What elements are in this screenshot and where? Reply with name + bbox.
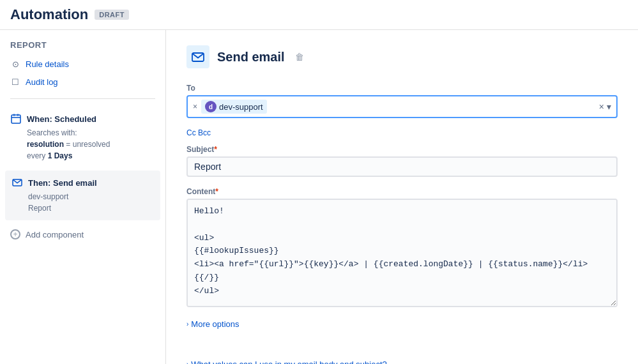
to-field-tag: d dev-support bbox=[201, 100, 267, 114]
panel-delete-icon[interactable]: 🗑 bbox=[295, 52, 304, 62]
more-options-chevron-icon: › bbox=[186, 321, 188, 328]
when-every-prefix: every bbox=[27, 151, 48, 160]
help-label: What values can I use in my email body a… bbox=[191, 360, 386, 364]
then-component-title: Then: Send email bbox=[28, 178, 97, 188]
when-component[interactable]: When: Scheduled Searches with: resolutio… bbox=[0, 107, 165, 168]
subject-required: * bbox=[214, 145, 217, 154]
page-title: Automation bbox=[10, 6, 88, 23]
to-label: To bbox=[186, 84, 618, 93]
content-required: * bbox=[215, 187, 218, 196]
add-component-button[interactable]: + Add component bbox=[0, 223, 165, 246]
draft-badge: DRAFT bbox=[95, 10, 129, 20]
sidebar-item-rule-details[interactable]: ⊙ Rule details bbox=[0, 55, 165, 73]
more-options-label: More options bbox=[191, 319, 239, 329]
panel-header: Send email 🗑 bbox=[186, 45, 618, 68]
when-eq: = bbox=[64, 140, 73, 149]
svg-rect-0 bbox=[11, 115, 20, 123]
to-field-avatar: d bbox=[205, 101, 216, 112]
add-circle-icon: + bbox=[10, 229, 20, 239]
to-field[interactable]: × d dev-support × ▾ bbox=[186, 95, 618, 118]
panel-title: Send email bbox=[217, 50, 285, 64]
then-component-header: Then: Send email bbox=[11, 177, 154, 188]
sidebar-item-audit-log[interactable]: ☐ Audit log bbox=[0, 73, 165, 91]
to-field-tag-label: dev-support bbox=[219, 102, 263, 112]
when-body-line1: Searches with: bbox=[27, 128, 77, 137]
help-chevron-icon: › bbox=[186, 361, 188, 364]
content-textarea[interactable]: Hello! <ul> {{#lookupIssues}} <li><a hre… bbox=[186, 199, 618, 307]
more-options-toggle[interactable]: › More options bbox=[186, 319, 618, 329]
to-expand-x[interactable]: × bbox=[599, 102, 604, 112]
then-component[interactable]: Then: Send email dev-support Report bbox=[5, 171, 160, 220]
sidebar-divider bbox=[10, 98, 155, 99]
when-resolution-key: resolution bbox=[27, 140, 64, 149]
main-layout: Report ⊙ Rule details ☐ Audit log When: … bbox=[0, 30, 638, 364]
subject-input[interactable] bbox=[186, 156, 618, 177]
to-form-group: To × d dev-support × ▾ bbox=[186, 84, 618, 118]
sidebar-section-title: Report bbox=[0, 40, 165, 55]
help-link[interactable]: › What values can I use in my email body… bbox=[186, 360, 618, 364]
to-field-expand[interactable]: × ▾ bbox=[599, 102, 611, 112]
when-every-value: 1 Days bbox=[48, 151, 73, 160]
subject-form-group: Subject* bbox=[186, 145, 618, 177]
sidebar: Report ⊙ Rule details ☐ Audit log When: … bbox=[0, 30, 166, 364]
page-header: Automation DRAFT bbox=[0, 0, 638, 30]
when-component-title: When: Scheduled bbox=[27, 114, 96, 124]
right-panel: Send email 🗑 To × d dev-support × ▾ Cc B… bbox=[166, 30, 638, 364]
content-label: Content* bbox=[186, 187, 618, 196]
info-icon: ⊙ bbox=[10, 59, 20, 69]
then-body-line1: dev-support bbox=[28, 192, 68, 201]
email-icon-sidebar bbox=[11, 177, 23, 188]
sidebar-item-rule-details-label: Rule details bbox=[26, 59, 69, 69]
to-expand-chevron[interactable]: ▾ bbox=[607, 102, 611, 112]
sidebar-item-audit-log-label: Audit log bbox=[26, 77, 58, 87]
cc-bcc-link[interactable]: Cc Bcc bbox=[186, 128, 618, 137]
when-resolution-value: unresolved bbox=[73, 140, 110, 149]
calendar-icon bbox=[10, 113, 22, 125]
then-body-line2: Report bbox=[28, 204, 51, 213]
panel-email-icon bbox=[186, 45, 209, 68]
content-form-group: Content* Hello! <ul> {{#lookupIssues}} <… bbox=[186, 187, 618, 309]
subject-label: Subject* bbox=[186, 145, 618, 154]
add-component-label: Add component bbox=[26, 230, 84, 239]
when-component-body: Searches with: resolution = unresolved e… bbox=[10, 127, 155, 162]
then-component-body: dev-support Report bbox=[11, 191, 154, 214]
when-component-header: When: Scheduled bbox=[10, 113, 155, 125]
doc-icon: ☐ bbox=[10, 77, 20, 87]
to-field-close-x[interactable]: × bbox=[193, 102, 197, 111]
